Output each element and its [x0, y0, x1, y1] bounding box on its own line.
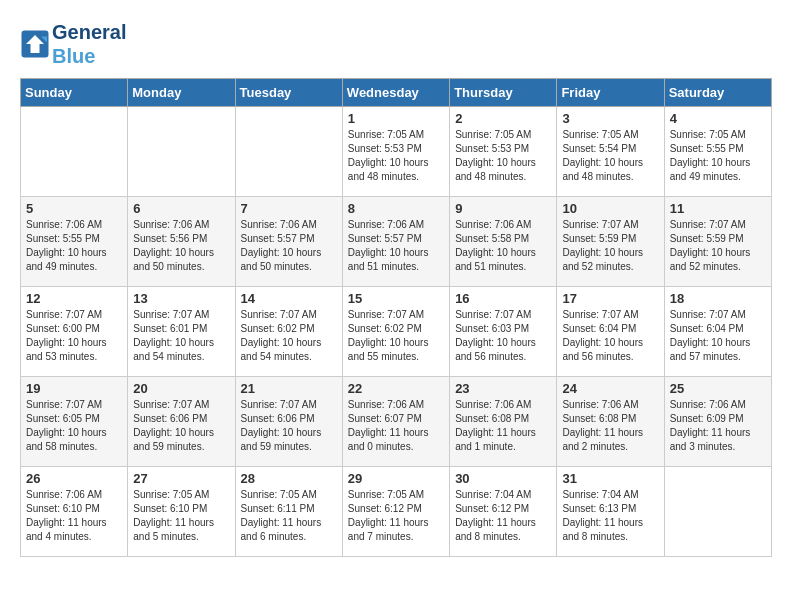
day-cell: 4Sunrise: 7:05 AM Sunset: 5:55 PM Daylig… [664, 107, 771, 197]
weekday-header-friday: Friday [557, 79, 664, 107]
day-number: 23 [455, 381, 551, 396]
day-number: 10 [562, 201, 658, 216]
day-number: 15 [348, 291, 444, 306]
day-cell: 18Sunrise: 7:07 AM Sunset: 6:04 PM Dayli… [664, 287, 771, 377]
day-cell: 13Sunrise: 7:07 AM Sunset: 6:01 PM Dayli… [128, 287, 235, 377]
weekday-header-monday: Monday [128, 79, 235, 107]
day-number: 8 [348, 201, 444, 216]
weekday-header-tuesday: Tuesday [235, 79, 342, 107]
day-cell: 28Sunrise: 7:05 AM Sunset: 6:11 PM Dayli… [235, 467, 342, 557]
day-info: Sunrise: 7:06 AM Sunset: 5:58 PM Dayligh… [455, 218, 551, 274]
day-number: 13 [133, 291, 229, 306]
weekday-header-thursday: Thursday [450, 79, 557, 107]
day-cell: 6Sunrise: 7:06 AM Sunset: 5:56 PM Daylig… [128, 197, 235, 287]
day-cell: 1Sunrise: 7:05 AM Sunset: 5:53 PM Daylig… [342, 107, 449, 197]
day-cell: 29Sunrise: 7:05 AM Sunset: 6:12 PM Dayli… [342, 467, 449, 557]
day-number: 30 [455, 471, 551, 486]
day-number: 29 [348, 471, 444, 486]
day-info: Sunrise: 7:06 AM Sunset: 6:09 PM Dayligh… [670, 398, 766, 454]
day-cell: 5Sunrise: 7:06 AM Sunset: 5:55 PM Daylig… [21, 197, 128, 287]
day-number: 18 [670, 291, 766, 306]
day-cell: 14Sunrise: 7:07 AM Sunset: 6:02 PM Dayli… [235, 287, 342, 377]
day-number: 17 [562, 291, 658, 306]
day-number: 20 [133, 381, 229, 396]
day-number: 9 [455, 201, 551, 216]
day-number: 26 [26, 471, 122, 486]
day-info: Sunrise: 7:06 AM Sunset: 5:57 PM Dayligh… [348, 218, 444, 274]
day-number: 22 [348, 381, 444, 396]
day-info: Sunrise: 7:07 AM Sunset: 6:03 PM Dayligh… [455, 308, 551, 364]
day-info: Sunrise: 7:07 AM Sunset: 5:59 PM Dayligh… [562, 218, 658, 274]
day-info: Sunrise: 7:06 AM Sunset: 5:56 PM Dayligh… [133, 218, 229, 274]
logo-icon [20, 29, 50, 59]
day-info: Sunrise: 7:07 AM Sunset: 5:59 PM Dayligh… [670, 218, 766, 274]
day-number: 5 [26, 201, 122, 216]
day-info: Sunrise: 7:07 AM Sunset: 6:00 PM Dayligh… [26, 308, 122, 364]
day-info: Sunrise: 7:07 AM Sunset: 6:04 PM Dayligh… [670, 308, 766, 364]
day-cell [235, 107, 342, 197]
day-number: 11 [670, 201, 766, 216]
day-cell [664, 467, 771, 557]
week-row-1: 1Sunrise: 7:05 AM Sunset: 5:53 PM Daylig… [21, 107, 772, 197]
day-number: 12 [26, 291, 122, 306]
day-info: Sunrise: 7:07 AM Sunset: 6:02 PM Dayligh… [348, 308, 444, 364]
day-number: 27 [133, 471, 229, 486]
day-info: Sunrise: 7:05 AM Sunset: 6:11 PM Dayligh… [241, 488, 337, 544]
day-cell: 27Sunrise: 7:05 AM Sunset: 6:10 PM Dayli… [128, 467, 235, 557]
day-cell: 15Sunrise: 7:07 AM Sunset: 6:02 PM Dayli… [342, 287, 449, 377]
day-cell: 16Sunrise: 7:07 AM Sunset: 6:03 PM Dayli… [450, 287, 557, 377]
day-info: Sunrise: 7:05 AM Sunset: 6:12 PM Dayligh… [348, 488, 444, 544]
day-info: Sunrise: 7:07 AM Sunset: 6:04 PM Dayligh… [562, 308, 658, 364]
day-info: Sunrise: 7:05 AM Sunset: 5:55 PM Dayligh… [670, 128, 766, 184]
day-cell: 9Sunrise: 7:06 AM Sunset: 5:58 PM Daylig… [450, 197, 557, 287]
day-info: Sunrise: 7:07 AM Sunset: 6:05 PM Dayligh… [26, 398, 122, 454]
day-cell: 20Sunrise: 7:07 AM Sunset: 6:06 PM Dayli… [128, 377, 235, 467]
day-info: Sunrise: 7:05 AM Sunset: 5:53 PM Dayligh… [455, 128, 551, 184]
day-info: Sunrise: 7:07 AM Sunset: 6:06 PM Dayligh… [241, 398, 337, 454]
week-row-3: 12Sunrise: 7:07 AM Sunset: 6:00 PM Dayli… [21, 287, 772, 377]
day-info: Sunrise: 7:05 AM Sunset: 5:53 PM Dayligh… [348, 128, 444, 184]
day-cell: 30Sunrise: 7:04 AM Sunset: 6:12 PM Dayli… [450, 467, 557, 557]
weekday-header-row: SundayMondayTuesdayWednesdayThursdayFrid… [21, 79, 772, 107]
logo-text-general: General [52, 20, 126, 44]
calendar-table: SundayMondayTuesdayWednesdayThursdayFrid… [20, 78, 772, 557]
day-cell: 19Sunrise: 7:07 AM Sunset: 6:05 PM Dayli… [21, 377, 128, 467]
day-number: 31 [562, 471, 658, 486]
day-cell: 10Sunrise: 7:07 AM Sunset: 5:59 PM Dayli… [557, 197, 664, 287]
day-number: 1 [348, 111, 444, 126]
day-info: Sunrise: 7:05 AM Sunset: 6:10 PM Dayligh… [133, 488, 229, 544]
logo: General Blue [20, 20, 126, 68]
day-number: 16 [455, 291, 551, 306]
day-info: Sunrise: 7:06 AM Sunset: 6:07 PM Dayligh… [348, 398, 444, 454]
day-number: 3 [562, 111, 658, 126]
day-info: Sunrise: 7:07 AM Sunset: 6:06 PM Dayligh… [133, 398, 229, 454]
day-cell: 26Sunrise: 7:06 AM Sunset: 6:10 PM Dayli… [21, 467, 128, 557]
day-cell [21, 107, 128, 197]
week-row-5: 26Sunrise: 7:06 AM Sunset: 6:10 PM Dayli… [21, 467, 772, 557]
day-info: Sunrise: 7:06 AM Sunset: 6:08 PM Dayligh… [562, 398, 658, 454]
day-cell: 22Sunrise: 7:06 AM Sunset: 6:07 PM Dayli… [342, 377, 449, 467]
day-cell: 7Sunrise: 7:06 AM Sunset: 5:57 PM Daylig… [235, 197, 342, 287]
week-row-4: 19Sunrise: 7:07 AM Sunset: 6:05 PM Dayli… [21, 377, 772, 467]
day-number: 2 [455, 111, 551, 126]
day-info: Sunrise: 7:04 AM Sunset: 6:12 PM Dayligh… [455, 488, 551, 544]
day-number: 6 [133, 201, 229, 216]
weekday-header-sunday: Sunday [21, 79, 128, 107]
day-number: 21 [241, 381, 337, 396]
day-info: Sunrise: 7:06 AM Sunset: 5:57 PM Dayligh… [241, 218, 337, 274]
day-cell [128, 107, 235, 197]
day-number: 25 [670, 381, 766, 396]
day-cell: 25Sunrise: 7:06 AM Sunset: 6:09 PM Dayli… [664, 377, 771, 467]
day-number: 7 [241, 201, 337, 216]
day-cell: 31Sunrise: 7:04 AM Sunset: 6:13 PM Dayli… [557, 467, 664, 557]
logo-text-blue: Blue [52, 44, 126, 68]
day-cell: 17Sunrise: 7:07 AM Sunset: 6:04 PM Dayli… [557, 287, 664, 377]
day-info: Sunrise: 7:07 AM Sunset: 6:01 PM Dayligh… [133, 308, 229, 364]
weekday-header-saturday: Saturday [664, 79, 771, 107]
day-cell: 3Sunrise: 7:05 AM Sunset: 5:54 PM Daylig… [557, 107, 664, 197]
day-number: 14 [241, 291, 337, 306]
day-cell: 12Sunrise: 7:07 AM Sunset: 6:00 PM Dayli… [21, 287, 128, 377]
week-row-2: 5Sunrise: 7:06 AM Sunset: 5:55 PM Daylig… [21, 197, 772, 287]
day-number: 28 [241, 471, 337, 486]
day-cell: 2Sunrise: 7:05 AM Sunset: 5:53 PM Daylig… [450, 107, 557, 197]
